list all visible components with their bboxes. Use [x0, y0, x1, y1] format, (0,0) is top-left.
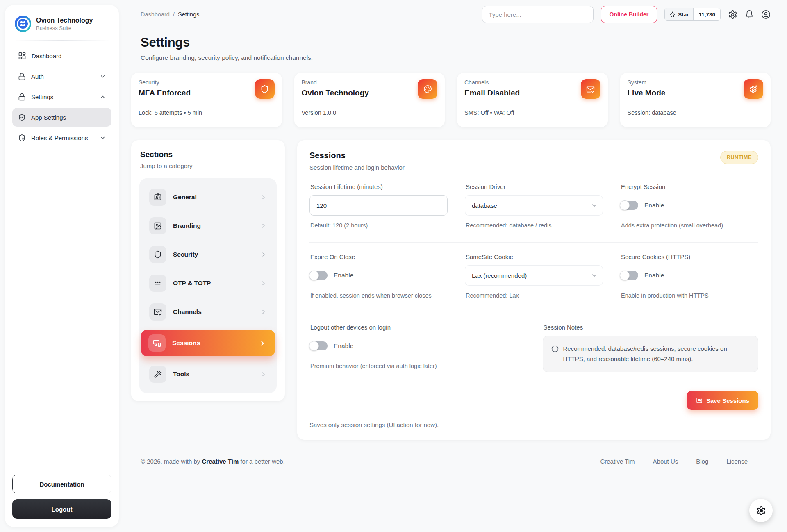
online-builder-button[interactable]: Online Builder	[601, 6, 657, 23]
star-count[interactable]: 11,730	[693, 8, 720, 20]
panel-foot-note: Saves only session settings (UI action f…	[309, 421, 758, 428]
sidebar-item-settings[interactable]: Settings	[12, 87, 111, 106]
section-item-otp-totp[interactable]: OTP & TOTP	[144, 272, 272, 295]
field-encrypt-session: Encrypt Session Enable Adds extra protec…	[620, 183, 758, 231]
footer-link-about-us[interactable]: About Us	[653, 458, 678, 465]
chevron-right-icon	[260, 280, 267, 286]
copyright-prefix: © 2026, made with by	[141, 458, 200, 465]
footer-link-license[interactable]: License	[726, 458, 748, 465]
field-label: Session Driver	[465, 183, 603, 190]
breadcrumb-current: Settings	[178, 11, 199, 18]
divider	[14, 40, 110, 41]
field-label: Logout other devices on login	[309, 324, 525, 331]
selected-value: Lax (recommended)	[472, 272, 527, 279]
sessions-panel: Sessions Session lifetime and login beha…	[297, 140, 771, 440]
chevron-right-icon	[260, 309, 267, 315]
field-logout-other-devices: Logout other devices on login Enable Pre…	[309, 324, 525, 373]
section-item-tools[interactable]: Tools	[144, 363, 272, 386]
field-expire-on-close: Expire On Close Enable If enabled, sessi…	[309, 253, 448, 301]
sidebar-item-dashboard[interactable]: Dashboard	[12, 46, 111, 65]
gear-icon	[756, 506, 766, 516]
section-item-sessions[interactable]: Sessions	[141, 330, 275, 356]
divider	[139, 104, 275, 104]
section-item-general[interactable]: General	[144, 186, 272, 209]
stat-card-system: System Live Mode Session: database	[620, 73, 771, 127]
stat-cards-row: Security MFA Enforced Lock: 5 attempts •…	[131, 73, 771, 127]
documentation-button[interactable]: Documentation	[12, 475, 111, 493]
stat-label: Channels	[464, 79, 520, 86]
divider	[302, 104, 438, 104]
star-button[interactable]: Star	[665, 8, 693, 20]
footer-link-creative-tim[interactable]: Creative Tim	[600, 458, 635, 465]
samesite-cookie-select[interactable]: Lax (recommended)	[465, 265, 603, 286]
field-help: Recommended: Lax	[465, 291, 603, 301]
section-item-label: Channels	[173, 308, 202, 316]
brand-suite: Business Suite	[36, 25, 93, 31]
chevron-down-icon	[100, 135, 106, 141]
sidebar-item-label: App Settings	[31, 114, 66, 121]
toggle-label: Enable	[334, 272, 353, 279]
sections-subtitle: Jump to a category	[139, 162, 277, 169]
logout-button[interactable]: Logout	[12, 499, 111, 519]
settings-fab-button[interactable]	[749, 499, 773, 522]
footer-link-blog[interactable]: Blog	[696, 458, 708, 465]
copyright-brand[interactable]: Creative Tim	[202, 458, 239, 465]
info-icon	[551, 345, 559, 364]
chevron-right-icon	[260, 194, 267, 200]
field-label: Session Notes	[543, 324, 759, 331]
field-session-driver: Session Driver database Recommended: dat…	[465, 183, 603, 231]
logout-other-devices-toggle[interactable]	[309, 341, 328, 350]
field-label: Session Lifetime (minutes)	[309, 183, 448, 190]
stat-label: Security	[139, 79, 191, 86]
save-sessions-button[interactable]: Save Sessions	[687, 391, 758, 410]
section-item-label: Security	[173, 251, 198, 258]
divider	[309, 313, 758, 313]
chevron-down-icon	[591, 202, 598, 209]
divider	[464, 104, 600, 104]
field-label: SameSite Cookie	[465, 253, 603, 260]
section-item-branding[interactable]: Branding	[144, 214, 272, 237]
devices-icon	[148, 334, 166, 352]
brand: Ovion Technology Business Suite	[12, 16, 111, 32]
session-driver-select[interactable]: database	[465, 195, 603, 216]
search-input[interactable]	[482, 6, 594, 23]
breadcrumb-separator: /	[173, 11, 175, 18]
field-label: Expire On Close	[309, 253, 448, 260]
sidebar-item-auth[interactable]: Auth	[12, 67, 111, 86]
sidebar-item-app-settings[interactable]: App Settings	[12, 108, 111, 127]
session-notes-text: Recommended: database/redis sessions, se…	[563, 344, 750, 364]
id-card-icon	[149, 189, 166, 206]
chevron-right-icon	[260, 223, 267, 229]
bell-icon[interactable]	[745, 10, 754, 19]
expire-on-close-toggle[interactable]	[309, 271, 328, 280]
secure-cookies-toggle[interactable]	[620, 271, 638, 280]
toggle-label: Enable	[644, 272, 664, 279]
lock-icon	[18, 93, 26, 101]
field-help: Recommended: database / redis	[465, 221, 603, 231]
github-star-widget: Star 11,730	[664, 8, 721, 21]
page-subtitle: Configure branding, security policy, and…	[141, 54, 771, 61]
chevron-right-icon	[260, 251, 267, 258]
field-help: Enable in production with HTTPS	[620, 291, 758, 301]
section-item-security[interactable]: Security	[144, 243, 272, 266]
section-item-channels[interactable]: Channels	[144, 300, 272, 323]
field-label: Encrypt Session	[620, 183, 758, 190]
divider	[628, 104, 764, 104]
breadcrumb-root[interactable]: Dashboard	[141, 11, 170, 18]
sidebar-item-label: Auth	[31, 73, 44, 80]
stat-title: Email Disabled	[464, 89, 520, 98]
brand-name: Ovion Technology	[36, 17, 93, 24]
sidebar-item-roles-permissions[interactable]: Roles & Permissions	[12, 128, 111, 147]
star-label: Star	[678, 11, 689, 18]
stat-title: Ovion Technology	[302, 89, 369, 98]
otp-dots-icon	[149, 275, 166, 292]
panel-title: Sessions	[309, 151, 405, 160]
chevron-right-icon	[259, 340, 266, 347]
stat-foot: Lock: 5 attempts • 5 min	[139, 109, 275, 116]
session-lifetime-input[interactable]	[309, 195, 448, 216]
field-samesite-cookie: SameSite Cookie Lax (recommended) Recomm…	[465, 253, 603, 301]
account-icon[interactable]	[761, 10, 771, 19]
gear-icon[interactable]	[728, 10, 737, 19]
encrypt-session-toggle[interactable]	[620, 201, 638, 210]
shield-check-icon	[18, 114, 26, 121]
